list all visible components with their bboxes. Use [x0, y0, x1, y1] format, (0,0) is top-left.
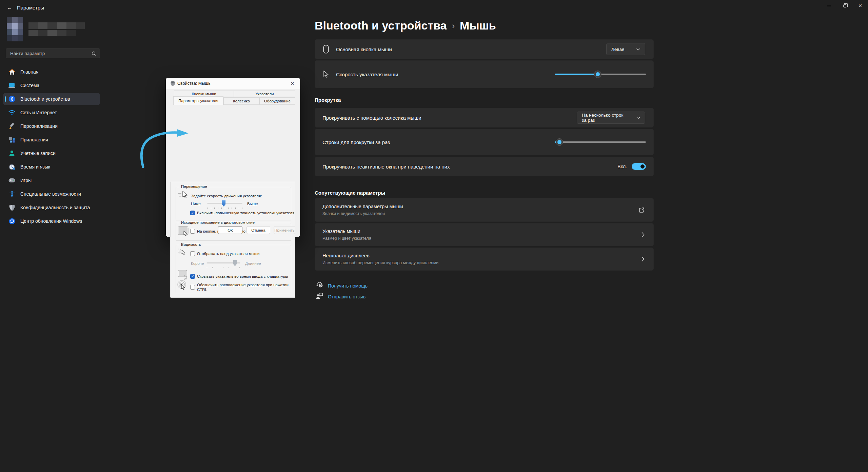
sidebar-item-gaming[interactable]: Игры	[3, 174, 100, 186]
restore-button[interactable]	[837, 0, 852, 12]
account-row[interactable]	[7, 17, 95, 41]
snap-to-default-checkbox[interactable]	[190, 229, 195, 234]
back-button[interactable]: ←	[3, 3, 16, 13]
search-input[interactable]	[6, 51, 92, 56]
wheel-scroll-card: Прокручивать с помощью колесика мыши На …	[315, 108, 654, 127]
cancel-button[interactable]: Отмена	[246, 226, 270, 234]
apply-button[interactable]: Применить	[274, 226, 295, 234]
primary-button-dropdown[interactable]: Левая	[606, 43, 645, 55]
locate-pointer-row: Обозначить расположение указателя при на…	[190, 282, 295, 292]
setting-label: Скорость указателя мыши	[336, 72, 398, 77]
user-name-blurred	[28, 22, 85, 37]
sidebar-item-apps[interactable]: Приложения	[3, 134, 100, 146]
sidebar-item-accounts[interactable]: Учетные записи	[3, 147, 100, 159]
movement-group: Перемещение Задайте скорость движения ук…	[176, 187, 291, 220]
chevron-down-icon	[636, 117, 640, 119]
minimize-button[interactable]	[821, 0, 837, 12]
search-box	[6, 48, 100, 58]
slider-thumb[interactable]	[556, 138, 563, 146]
scroll-inactive-card: Прокручивать неактивные окна при наведен…	[315, 157, 654, 176]
mouse-icon	[322, 45, 330, 54]
pointer-trail-icon	[177, 248, 189, 259]
sidebar-item-bluetooth-devices[interactable]: Bluetooth и устройства	[3, 93, 100, 105]
user-avatar-blurred	[7, 17, 23, 41]
paintbrush-icon	[8, 123, 15, 130]
pointer-speed-slider[interactable]	[555, 70, 646, 78]
setting-label: Прокручивать неактивные окна при наведен…	[322, 164, 450, 170]
inactive-scroll-toggle[interactable]	[632, 163, 646, 170]
display-pointer-trail-checkbox[interactable]	[190, 251, 195, 256]
enhance-precision-row: Включить повышенную точность установки у…	[190, 211, 294, 215]
pointer-trail-row: Отображать след указателя мыши	[190, 251, 259, 256]
shield-icon	[8, 204, 15, 211]
accessibility-icon	[8, 191, 15, 197]
titlebar: ← Параметры ✕	[0, 0, 868, 16]
home-icon	[8, 68, 15, 75]
clock-icon	[8, 163, 15, 170]
close-icon: ✕	[858, 3, 862, 8]
slider-ticks	[207, 267, 241, 268]
show-pointer-location-checkbox[interactable]	[190, 285, 195, 290]
back-arrow-icon: ←	[7, 5, 12, 11]
sidebar-item-home[interactable]: Главная	[3, 66, 100, 78]
sidebar-item-time-language[interactable]: Время и язык	[3, 161, 100, 173]
active-indicator	[5, 96, 6, 102]
sidebar-item-system[interactable]: Система	[3, 79, 100, 92]
scroll-lines-card: Строки для прокрутки за раз	[315, 129, 654, 155]
chevron-down-icon	[636, 48, 640, 51]
breadcrumb-separator: ›	[452, 21, 455, 31]
tab-hardware[interactable]: Оборудование	[259, 97, 295, 105]
trail-length-slider	[206, 260, 240, 267]
chevron-right-icon	[642, 232, 645, 237]
mouse-properties-dialog: Свойства: Мышь ✕ Кнопки мыши Указатели П…	[166, 78, 300, 237]
close-button[interactable]: ✕	[852, 0, 868, 12]
setting-label: Прокручивать с помощью колесика мыши	[322, 115, 421, 121]
chevron-right-icon	[642, 256, 645, 262]
visibility-group: Видимость Отображать след указателя мыши…	[176, 245, 291, 293]
minimize-icon	[827, 6, 831, 6]
wheel-scroll-dropdown[interactable]: На несколько строк за раз	[577, 112, 645, 124]
dialog-pointer-speed-slider[interactable]	[207, 200, 242, 207]
mouse-pointer-card[interactable]: Указатель мыши Размер и цвет указателя	[315, 223, 654, 246]
dialog-close-button[interactable]: ✕	[285, 78, 300, 89]
multiple-displays-card[interactable]: Несколько дисплеев Изменить способ перем…	[315, 248, 654, 271]
enhance-precision-checkbox[interactable]	[190, 211, 195, 215]
hide-pointer-row: Скрывать указатель во время ввода с клав…	[190, 274, 288, 279]
help-icon	[316, 281, 323, 290]
additional-mouse-settings-card[interactable]: Дополнительные параметры мыши Значки и в…	[315, 198, 654, 222]
bluetooth-icon	[8, 96, 15, 102]
sidebar-item-accessibility[interactable]: Специальные возможности	[3, 188, 100, 200]
tab-wheel[interactable]: Колесико	[223, 97, 259, 105]
get-help-link[interactable]: Получить помощь	[316, 281, 368, 290]
windows-update-icon	[8, 218, 15, 224]
restore-icon	[843, 4, 846, 7]
locate-pointer-icon	[177, 280, 188, 293]
app-title: Параметры	[17, 5, 44, 11]
breadcrumb: Bluetooth и устройства › Мышь	[315, 19, 496, 32]
sidebar-item-network[interactable]: Сеть и Интернет	[3, 106, 100, 119]
scroll-lines-slider[interactable]	[555, 138, 646, 146]
breadcrumb-parent[interactable]: Bluetooth и устройства	[315, 19, 447, 32]
cursor-icon	[322, 71, 330, 78]
sidebar-item-privacy[interactable]: Конфиденциальность и защита	[3, 201, 100, 214]
external-link-icon	[639, 207, 645, 213]
gamepad-icon	[8, 177, 15, 184]
sidebar-item-personalization[interactable]: Персонализация	[3, 120, 100, 132]
sidebar-item-windows-update[interactable]: Центр обновления Windows	[3, 215, 100, 227]
sidebar-nav: Главная Система Bluetooth и устройства С…	[3, 66, 100, 229]
ok-button[interactable]: ОК	[218, 226, 242, 234]
slider-thumb[interactable]	[594, 71, 601, 78]
toggle-state-label: Вкл.	[617, 164, 627, 169]
tab-pointer-options[interactable]: Параметры указателя	[173, 96, 223, 105]
tab-pointers[interactable]: Указатели	[234, 91, 295, 97]
send-feedback-link[interactable]: Отправить отзыв	[316, 292, 366, 301]
hide-pointer-while-typing-checkbox[interactable]	[190, 274, 195, 279]
feedback-icon	[316, 292, 323, 301]
mouse-app-icon	[170, 81, 175, 87]
network-wifi-icon	[8, 109, 15, 116]
section-related: Сопутствующие параметры	[315, 190, 385, 196]
system-icon	[8, 82, 15, 89]
pointer-speed-card: Скорость указателя мыши	[315, 60, 654, 88]
slider-ticks	[208, 208, 243, 209]
setting-label: Основная кнопка мыши	[336, 46, 392, 52]
